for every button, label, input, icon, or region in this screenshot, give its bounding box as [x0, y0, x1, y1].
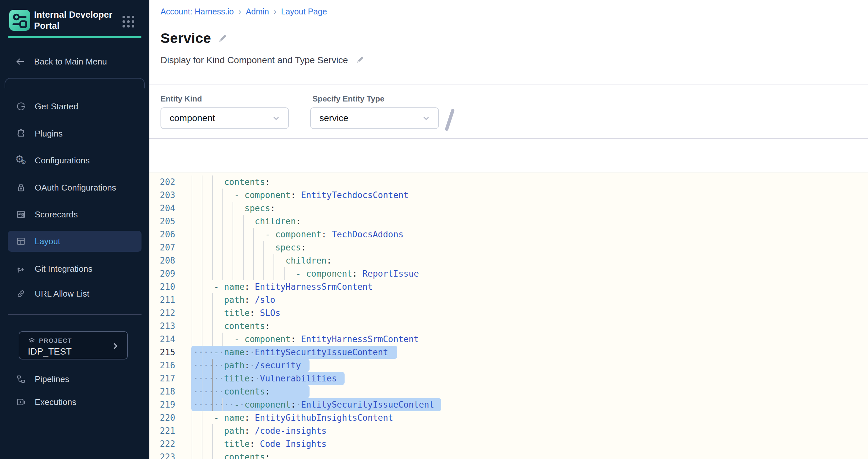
sidebar-item-label: Git Integrations — [35, 264, 92, 274]
code-text: - name: EntityHarnessSrmContent — [193, 280, 373, 293]
app-grid-icon[interactable] — [121, 14, 134, 28]
code-line-214[interactable]: 214 - component: EntityHarnessSrmContent — [149, 333, 868, 346]
indent-guide — [192, 437, 192, 451]
code-text: path: /code-insights — [193, 424, 327, 437]
sidebar-item-scorecards[interactable]: Scorecards — [8, 204, 142, 225]
indent-guide — [192, 175, 192, 189]
indent-guide — [192, 346, 192, 359]
indent-guide — [192, 267, 192, 280]
line-number: 221 — [160, 424, 181, 437]
code-line-203[interactable]: 203 - component: EntityTechdocsContent — [149, 189, 868, 202]
pipelines-icon — [16, 374, 26, 384]
breadcrumb: Account: Harness.io›Admin›Layout Page — [160, 6, 327, 17]
nav-section-border — [5, 78, 145, 88]
entity-type-label: Specify Entity Type — [312, 94, 384, 103]
line-number: 210 — [160, 280, 181, 293]
code-line-221[interactable]: 221 path: /code-insights — [149, 424, 868, 437]
code-line-207[interactable]: 207 specs: — [149, 241, 868, 254]
code-line-215[interactable]: 215····-·name:·EntitySecurityIssueConten… — [149, 346, 868, 359]
sidebar-item-label: URL Allow List — [35, 289, 89, 299]
sidebar-item-oauth-configurations[interactable]: OAuth Configurations — [8, 177, 142, 198]
git-branch-icon — [16, 264, 26, 274]
sidebar-item-url-allow-list[interactable]: URL Allow List — [8, 283, 142, 304]
sidebar-item-configurations[interactable]: ⚙⚙Configurations — [8, 150, 142, 171]
sidebar-divider — [8, 314, 142, 315]
sidebar-item-label: Configurations — [35, 156, 90, 166]
code-line-205[interactable]: 205 children: — [149, 215, 868, 228]
chevron-down-icon — [272, 114, 280, 123]
sidebar-item-pipelines[interactable]: Pipelines — [8, 369, 142, 390]
sidebar-item-git-integrations[interactable]: Git Integrations — [8, 258, 142, 279]
back-to-main-menu[interactable]: Back to Main Menu — [13, 54, 137, 69]
code-line-219[interactable]: 219········-·component:·EntitySecurityIs… — [149, 398, 868, 411]
code-line-211[interactable]: 211 path: /slo — [149, 293, 868, 306]
line-number: 211 — [160, 293, 181, 306]
code-line-209[interactable]: 209 - component: ReportIssue — [149, 267, 868, 280]
line-number: 208 — [160, 254, 181, 267]
line-number: 216 — [160, 359, 181, 372]
sidebar-item-label: Plugins — [35, 129, 63, 139]
line-number: 205 — [160, 215, 181, 228]
sidebar-item-get-started[interactable]: Get Started — [8, 96, 142, 117]
line-number: 202 — [160, 175, 181, 189]
code-text: contents: — [193, 320, 270, 333]
code-line-218[interactable]: 218······contents: — [149, 385, 868, 398]
code-line-202[interactable]: 202 contents: — [149, 175, 868, 189]
divider — [149, 84, 868, 85]
line-number: 220 — [160, 411, 181, 424]
get-started-icon — [16, 101, 26, 112]
line-number: 204 — [160, 202, 181, 215]
code-line-216[interactable]: 216······path:·/security — [149, 359, 868, 372]
app-logo[interactable] — [9, 10, 30, 31]
indent-guide — [192, 189, 192, 202]
layers-icon — [28, 337, 36, 345]
line-number: 215 — [160, 346, 181, 359]
project-name: IDP_TEST — [28, 347, 72, 357]
entity-type-select[interactable]: service — [310, 107, 439, 129]
sidebar-item-executions[interactable]: Executions — [8, 392, 142, 413]
breadcrumb-link[interactable]: Account: Harness.io — [160, 7, 234, 17]
main-content: Account: Harness.io›Admin›Layout Page Se… — [149, 0, 868, 459]
code-line-222[interactable]: 222 title: Code Insights — [149, 437, 868, 451]
code-line-208[interactable]: 208 children: — [149, 254, 868, 267]
project-selector[interactable]: PROJECT IDP_TEST — [19, 331, 128, 359]
sidebar: Internal Developer Portal Back to Main M… — [0, 0, 149, 459]
app-title: Internal Developer Portal — [34, 9, 123, 31]
sidebar-item-plugins[interactable]: Plugins — [8, 123, 142, 144]
sidebar-item-label: Get Started — [35, 101, 78, 112]
code-line-217[interactable]: 217······title:·Vulnerabilities — [149, 372, 868, 385]
sidebar-item-label: Executions — [35, 397, 76, 407]
edit-title-pencil-icon[interactable] — [217, 33, 227, 43]
sidebar-item-label: OAuth Configurations — [35, 183, 116, 193]
yaml-code-editor[interactable]: 202 contents:203 - component: EntityTech… — [149, 172, 868, 459]
edit-subtitle-pencil-icon[interactable] — [355, 55, 366, 65]
sidebar-item-layout[interactable]: Layout — [8, 231, 142, 252]
accent-divider — [8, 36, 142, 38]
code-line-212[interactable]: 212 title: SLOs — [149, 306, 868, 320]
scorecard-icon — [16, 209, 26, 220]
code-line-204[interactable]: 204 specs: — [149, 202, 868, 215]
code-line-220[interactable]: 220 - name: EntityGithubInsightsContent — [149, 411, 868, 424]
indent-guide — [192, 215, 192, 228]
chevron-down-icon — [422, 114, 430, 123]
code-text: specs: — [193, 241, 306, 254]
arrow-left-icon — [13, 57, 27, 66]
breadcrumb-link[interactable]: Layout Page — [281, 7, 327, 17]
breadcrumb-link[interactable]: Admin — [246, 7, 269, 17]
indent-guide — [192, 293, 192, 306]
code-line-206[interactable]: 206 - component: TechDocsAddons — [149, 228, 868, 241]
indent-guide — [192, 254, 192, 267]
line-number: 222 — [160, 437, 181, 451]
code-text: ······contents: — [193, 385, 270, 398]
indent-guide — [192, 228, 192, 241]
code-line-223[interactable]: 223 contents: — [149, 451, 868, 459]
code-line-213[interactable]: 213 contents: — [149, 320, 868, 333]
entity-kind-select[interactable]: component — [160, 107, 289, 129]
indent-guide — [192, 372, 192, 385]
code-text: path: /slo — [193, 293, 275, 306]
indent-guide — [192, 451, 192, 459]
line-number: 206 — [160, 228, 181, 241]
indent-guide — [192, 411, 192, 424]
code-line-210[interactable]: 210 - name: EntityHarnessSrmContent — [149, 280, 868, 293]
page-title: Service — [160, 30, 211, 46]
